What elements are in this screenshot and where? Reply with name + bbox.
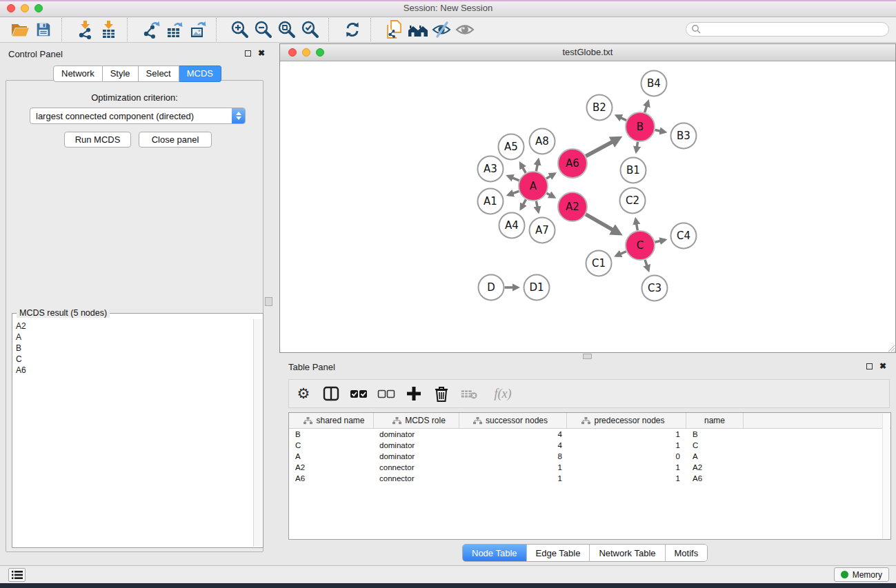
select-all-columns-button[interactable]	[350, 385, 368, 403]
column-header-successor-nodes[interactable]: successor nodes	[459, 413, 567, 428]
graph-edge[interactable]	[645, 260, 648, 270]
show-hidden-button[interactable]	[453, 19, 477, 41]
graph-edge[interactable]	[536, 201, 538, 212]
graph-edge[interactable]	[508, 176, 519, 180]
hide-selected-button[interactable]	[430, 19, 453, 41]
open-session-button[interactable]	[8, 19, 32, 41]
maximize-window-button[interactable]	[34, 4, 43, 12]
graph-node-label: A4	[505, 219, 519, 232]
zoom-selected-icon	[300, 19, 321, 40]
list-item[interactable]: B	[16, 343, 255, 354]
criterion-dropdown[interactable]: largest connected component (directed)	[30, 108, 246, 124]
function-builder-button[interactable]: f(x)	[488, 385, 518, 403]
table-scrollbar[interactable]	[882, 414, 890, 538]
network-maximize-button[interactable]	[316, 48, 324, 57]
graph-edge[interactable]	[636, 219, 638, 230]
tab-mcds[interactable]: MCDS	[179, 65, 221, 82]
zoom-selected-button[interactable]	[299, 19, 322, 41]
graph-edge[interactable]	[586, 138, 619, 156]
table-row[interactable]: B dominator 4 1 B	[289, 429, 890, 440]
search-input[interactable]	[701, 23, 888, 36]
create-column-button[interactable]	[405, 385, 423, 403]
network-window-titlebar[interactable]: testGlobe.txt	[280, 44, 895, 61]
vertical-split-grip[interactable]	[265, 297, 272, 306]
control-panel-title: Control Panel	[8, 49, 63, 59]
window-title: Session: New Session	[0, 1, 896, 15]
task-history-button[interactable]	[8, 568, 26, 582]
memory-button[interactable]: Memory	[834, 567, 889, 582]
tab-network-table[interactable]: Network Table	[589, 545, 664, 561]
graph-edge[interactable]	[508, 191, 519, 194]
graph-edge[interactable]	[645, 101, 648, 112]
tab-motifs[interactable]: Motifs	[665, 545, 708, 561]
graph-node-label: A7	[535, 224, 549, 236]
zoom-fit-button[interactable]	[275, 19, 299, 41]
graph-edge[interactable]	[536, 160, 538, 171]
table-row[interactable]: C dominator 4 1 C	[289, 440, 890, 451]
graph-node-label: C4	[677, 230, 690, 242]
list-item[interactable]: A2	[16, 321, 255, 332]
minimize-window-button[interactable]	[21, 4, 29, 12]
graph-edge[interactable]	[617, 116, 626, 121]
close-table-panel-icon[interactable]: ✖	[879, 363, 886, 369]
list-item[interactable]: C	[16, 354, 255, 365]
horizontal-split-grip[interactable]	[583, 354, 592, 359]
result-scrollbar[interactable]	[253, 319, 262, 547]
network-close-button[interactable]	[288, 48, 297, 57]
graph-edge[interactable]	[521, 199, 526, 208]
graph-edge[interactable]	[586, 214, 619, 234]
unselect-all-columns-button[interactable]	[377, 385, 395, 403]
graph-edge[interactable]	[546, 174, 555, 179]
float-table-panel-icon[interactable]	[866, 363, 873, 369]
graph-edge[interactable]	[520, 163, 526, 173]
column-chooser-button[interactable]	[322, 385, 340, 403]
run-mcds-button[interactable]: Run MCDS	[64, 132, 131, 148]
eye-slash-icon	[431, 20, 452, 39]
network-minimize-button[interactable]	[302, 48, 310, 57]
export-image-button[interactable]	[186, 19, 210, 41]
table-mode-button[interactable]: ⚙	[295, 385, 312, 403]
tab-network[interactable]: Network	[53, 65, 103, 82]
refresh-button[interactable]	[341, 19, 364, 41]
delete-table-button[interactable]	[460, 385, 478, 403]
save-session-button[interactable]	[32, 19, 55, 41]
memory-status-icon	[841, 571, 848, 578]
toolbar-separator	[216, 18, 223, 41]
zoom-in-button[interactable]	[228, 19, 252, 41]
export-network-button[interactable]	[139, 19, 163, 41]
duplicate-network-button[interactable]	[383, 19, 406, 41]
import-network-button[interactable]	[74, 19, 97, 41]
table-tabs: Node Table Edge Table Network Table Moti…	[462, 544, 708, 562]
export-table-button[interactable]	[163, 19, 186, 41]
graph-edge[interactable]	[546, 193, 554, 197]
list-item[interactable]: A6	[16, 365, 255, 376]
home-button[interactable]	[406, 19, 430, 41]
table-row[interactable]: A6 connector 1 1 A6	[289, 473, 890, 484]
close-panel-icon[interactable]: ✖	[258, 50, 265, 57]
graph-edge[interactable]	[616, 252, 626, 256]
close-window-button[interactable]	[7, 4, 15, 12]
table-row[interactable]: A dominator 8 0 A	[289, 451, 890, 462]
list-item[interactable]: A	[16, 332, 255, 343]
graph-edge[interactable]	[655, 240, 665, 242]
tab-select[interactable]: Select	[139, 65, 179, 82]
close-panel-button[interactable]: Close panel	[139, 132, 212, 148]
graph-edge[interactable]	[636, 142, 637, 152]
window-resize-grip[interactable]	[886, 343, 895, 352]
network-canvas[interactable]: AA1A2A3A4A5A6A7A8BB1B2B3B4CC1C2C3C4DD1	[280, 61, 895, 352]
float-panel-icon[interactable]	[245, 50, 251, 57]
import-table-button[interactable]	[97, 19, 121, 41]
mcds-result-list[interactable]: A2 A B C A6	[13, 319, 255, 547]
column-header-mcds-role[interactable]: MCDS role	[374, 413, 459, 428]
search-field[interactable]	[686, 22, 889, 37]
delete-columns-button[interactable]	[432, 385, 450, 403]
tab-node-table[interactable]: Node Table	[463, 545, 526, 561]
table-row[interactable]: A2 connector 1 1 A2	[289, 462, 890, 473]
graph-edge[interactable]	[655, 130, 665, 132]
column-header-shared-name[interactable]: shared name	[289, 413, 374, 428]
column-header-predecessor-nodes[interactable]: predecessor nodes	[567, 413, 686, 428]
zoom-out-button[interactable]	[252, 19, 275, 41]
column-header-name[interactable]: name	[686, 413, 744, 428]
tab-edge-table[interactable]: Edge Table	[526, 545, 590, 561]
tab-style[interactable]: Style	[103, 65, 139, 82]
